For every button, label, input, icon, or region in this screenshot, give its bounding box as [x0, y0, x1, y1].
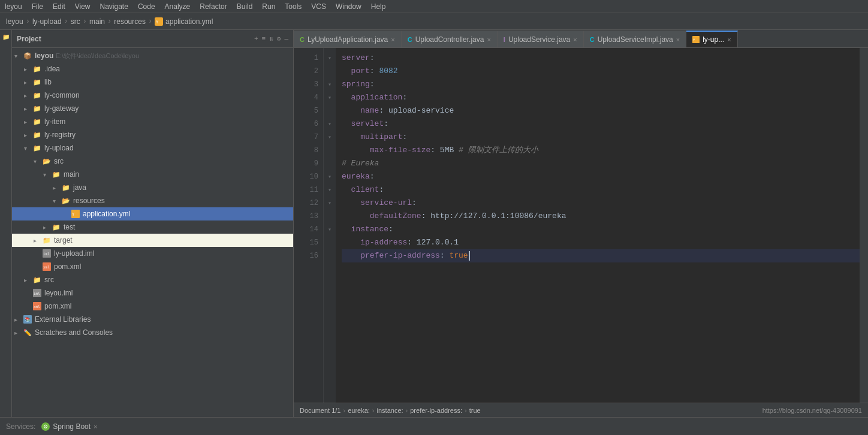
menu-view[interactable]: View: [75, 2, 91, 11]
tree-item-ly-upload-iml[interactable]: ▸ iml ly-upload.iml: [12, 247, 293, 260]
tab-upload-controller[interactable]: C UploadController.java ×: [402, 31, 498, 47]
fold-3[interactable]: ▾: [324, 78, 336, 91]
external-libs-icon: 📚: [23, 315, 32, 324]
panel-settings-icon[interactable]: ⚙: [277, 35, 281, 43]
tab-close-application-yml[interactable]: ×: [727, 36, 731, 43]
tree-arrow: ▸: [53, 185, 61, 191]
breadcrumb-leyou[interactable]: leyou: [6, 17, 23, 26]
java-cyan-icon: C: [408, 36, 412, 43]
menu-help[interactable]: Help: [371, 2, 386, 11]
tree-item-test[interactable]: ▸ 📁 test: [12, 220, 293, 234]
menu-vcs[interactable]: VCS: [311, 2, 326, 11]
fold-4[interactable]: ▾: [324, 91, 336, 104]
right-gutter: [860, 48, 868, 403]
tree-item-java[interactable]: ▸ 📁 java: [12, 181, 293, 194]
tab-upload-service-impl[interactable]: C UploadServiceImpl.java ×: [584, 31, 686, 47]
breadcrumb-ly-upload[interactable]: ly-upload: [32, 17, 62, 26]
tree-item-ly-gateway[interactable]: ▸ 📁 ly-gateway: [12, 102, 293, 115]
tab-upload-service[interactable]: I UploadService.java ×: [498, 31, 584, 47]
menu-run[interactable]: Run: [262, 2, 275, 11]
menu-navigate[interactable]: Navigate: [100, 2, 128, 11]
tab-close-upload-controller[interactable]: ×: [487, 36, 490, 43]
spring-boot-close[interactable]: ×: [94, 423, 97, 430]
menu-build[interactable]: Build: [237, 2, 253, 11]
breadcrumb-resources[interactable]: resources: [114, 17, 146, 26]
tab-close-upload-service[interactable]: ×: [573, 36, 577, 43]
yaml-file-icon: Y: [155, 17, 163, 26]
code-line-13: defaultZone: http://127.0.0.1:10086/eure…: [342, 210, 860, 223]
tree-item-ly-registry[interactable]: ▸ 📁 ly-registry: [12, 128, 293, 141]
file-tree[interactable]: ▾ 📦 leyou E:\软件\idea\IdeaCode\leyou ▸ 📁 …: [12, 48, 293, 417]
folder-icon: 📁: [32, 117, 42, 126]
tree-item-pom-lyupload[interactable]: ▸ xml pom.xml: [12, 260, 293, 273]
tab-close-ly-upload-application[interactable]: ×: [391, 36, 394, 43]
tree-arrow: ▸: [24, 303, 32, 310]
tree-item-ly-upload[interactable]: ▾ 📁 ly-upload: [12, 141, 293, 155]
tab-ly-upload-application[interactable]: C LyUploadApplication.java ×: [294, 31, 402, 47]
code-editor[interactable]: server: port: 8082 spring: application: …: [336, 48, 860, 403]
fold-6[interactable]: ▾: [324, 117, 336, 131]
folder-icon: 📁: [32, 143, 42, 153]
fold-11[interactable]: ▾: [324, 183, 336, 197]
tree-arrow: ▸: [34, 250, 42, 257]
panel-sort-icon[interactable]: ⇅: [269, 35, 273, 43]
folder-src-icon: 📁: [32, 275, 42, 285]
fold-14[interactable]: ▾: [324, 223, 336, 236]
status-right-url: https://blog.csdn.net/qq-43009091: [762, 407, 862, 414]
spring-boot-tab[interactable]: ⚙ Spring Boot ×: [41, 422, 97, 431]
tree-arrow: ▾: [53, 198, 61, 204]
status-bar: Document 1/1 › eureka: › instance: › pre…: [294, 403, 868, 417]
breadcrumb-file[interactable]: Y application.yml: [155, 17, 213, 26]
folder-icon: 📁: [52, 170, 61, 179]
tree-item-application-yml[interactable]: ▸ Y application.yml: [12, 207, 293, 220]
tree-item-src-root[interactable]: ▸ 📁 src: [12, 273, 293, 286]
tree-item-src[interactable]: ▾ 📂 src: [12, 155, 293, 168]
tree-item-leyou-iml[interactable]: ▸ iml leyou.iml: [12, 286, 293, 300]
tree-item-pom-root[interactable]: ▸ xml pom.xml: [12, 300, 293, 313]
fold-10[interactable]: ▾: [324, 170, 336, 183]
menu-leyou[interactable]: leyou: [5, 2, 22, 11]
tree-item-ly-common[interactable]: ▸ 📁 ly-common: [12, 89, 293, 102]
svg-text:xml: xml: [34, 304, 40, 309]
xml-icon: xml: [42, 262, 52, 271]
fold-7[interactable]: ▾: [324, 131, 336, 144]
tree-item-scratches[interactable]: ▸ ✏️ Scratches and Consoles: [12, 326, 293, 339]
tree-item-target[interactable]: ▸ 📁 target: [12, 234, 293, 247]
tab-application-yml[interactable]: Y ly-up... ×: [686, 31, 737, 47]
breadcrumb-main[interactable]: main: [89, 17, 105, 26]
breadcrumb-src[interactable]: src: [71, 17, 80, 26]
fold-12[interactable]: ▾: [324, 197, 336, 210]
panel-scroll-icon[interactable]: ≡: [262, 35, 266, 43]
code-line-1: server:: [342, 52, 860, 65]
menu-file[interactable]: File: [32, 2, 43, 11]
tree-item-ly-item[interactable]: ▸ 📁 ly-item: [12, 115, 293, 128]
menu-edit[interactable]: Edit: [53, 2, 65, 11]
tree-item-lib[interactable]: ▸ 📁 lib: [12, 75, 293, 89]
menu-refactor[interactable]: Refactor: [200, 2, 227, 11]
panel-add-icon[interactable]: +: [254, 35, 258, 43]
tree-item-external-libs[interactable]: ▸ 📚 External Libraries: [12, 313, 293, 326]
menu-tools[interactable]: Tools: [285, 2, 302, 11]
tree-arrow: ▸: [34, 264, 42, 270]
fold-15: [324, 236, 336, 249]
tree-arrow: ▸: [14, 330, 23, 336]
code-view[interactable]: 1 2 3 4 5 6 7 8 9 10 11 12 13 14 15 16 ▾: [294, 48, 868, 403]
scratches-icon: ✏️: [23, 328, 32, 337]
tree-item-leyou[interactable]: ▾ 📦 leyou E:\软件\idea\IdeaCode\leyou: [12, 49, 293, 62]
panel-close-icon[interactable]: —: [284, 35, 288, 43]
tree-arrow: ▾: [43, 171, 52, 178]
tree-item-resources[interactable]: ▾ 📂 resources: [12, 194, 293, 207]
menu-code[interactable]: Code: [138, 2, 155, 11]
tab-close-upload-service-impl[interactable]: ×: [676, 36, 680, 43]
tree-item-main[interactable]: ▾ 📁 main: [12, 168, 293, 181]
code-line-11: client:: [342, 183, 860, 197]
menu-analyze[interactable]: Analyze: [165, 2, 191, 11]
tree-item-idea[interactable]: ▸ 📁 .idea: [12, 62, 293, 75]
menu-window[interactable]: Window: [336, 2, 361, 11]
status-doc: Document 1/1: [300, 407, 340, 414]
folder-icon: 📁: [32, 77, 42, 87]
project-view-icon[interactable]: 📁: [1, 32, 11, 42]
fold-1[interactable]: ▾: [324, 52, 336, 65]
folder-icon: 📁: [32, 64, 42, 74]
status-bc-eureka: eureka:: [348, 407, 370, 414]
